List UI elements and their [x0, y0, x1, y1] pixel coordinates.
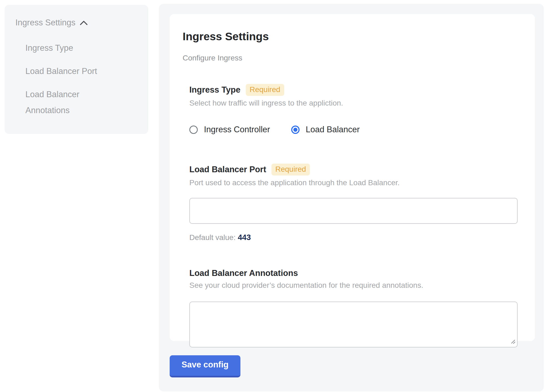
sidebar-section-label: Ingress Settings [15, 18, 75, 28]
radio-label: Load Balancer [306, 125, 360, 134]
section-ingress-type: Ingress Type Required Select how traffic… [189, 84, 518, 134]
sidebar-item-load-balancer-annotations[interactable]: Load Balancer Annotations [25, 86, 115, 118]
sidebar-item-load-balancer-port[interactable]: Load Balancer Port [25, 63, 115, 79]
load-balancer-port-label: Load Balancer Port [189, 165, 266, 174]
required-badge: Required [271, 164, 310, 175]
page-title: Ingress Settings [183, 30, 518, 43]
sidebar-item-list: Ingress Type Load Balancer Port Load Bal… [15, 40, 140, 118]
sidebar-item-ingress-type[interactable]: Ingress Type [25, 40, 115, 56]
load-balancer-port-input[interactable] [189, 198, 518, 224]
radio-icon [189, 126, 198, 134]
load-balancer-annotations-label: Load Balancer Annotations [189, 268, 298, 278]
default-value: 443 [238, 233, 251, 242]
ingress-type-radio-group: Ingress Controller Load Balancer [189, 125, 518, 134]
chevron-up-icon [80, 18, 88, 28]
load-balancer-port-description: Port used to access the application thro… [189, 178, 518, 187]
section-load-balancer-annotations: Load Balancer Annotations See your cloud… [189, 268, 518, 347]
main-panel: Ingress Settings Configure Ingress Ingre… [159, 4, 544, 391]
load-balancer-annotations-description: See your cloud provider’s documentation … [189, 281, 518, 290]
radio-icon [291, 126, 300, 134]
section-load-balancer-port: Load Balancer Port Required Port used to… [189, 164, 518, 242]
default-value-line: Default value:443 [189, 233, 518, 242]
ingress-type-description: Select how traffic will ingress to the a… [189, 99, 518, 107]
page-subtitle: Configure Ingress [183, 54, 518, 62]
required-badge: Required [246, 84, 284, 96]
sidebar-section-ingress-settings[interactable]: Ingress Settings [15, 18, 140, 28]
ingress-settings-card: Ingress Settings Configure Ingress Ingre… [170, 14, 535, 341]
radio-label: Ingress Controller [204, 125, 270, 134]
radio-ingress-controller[interactable]: Ingress Controller [189, 125, 270, 134]
load-balancer-annotations-textarea[interactable] [189, 302, 518, 347]
default-value-label: Default value: [189, 233, 236, 242]
radio-load-balancer[interactable]: Load Balancer [291, 125, 360, 134]
ingress-type-label: Ingress Type [189, 85, 240, 95]
config-sidebar: Ingress Settings Ingress Type Load Balan… [5, 5, 148, 134]
save-config-button[interactable]: Save config [170, 355, 240, 377]
resize-handle-icon[interactable] [511, 339, 516, 345]
